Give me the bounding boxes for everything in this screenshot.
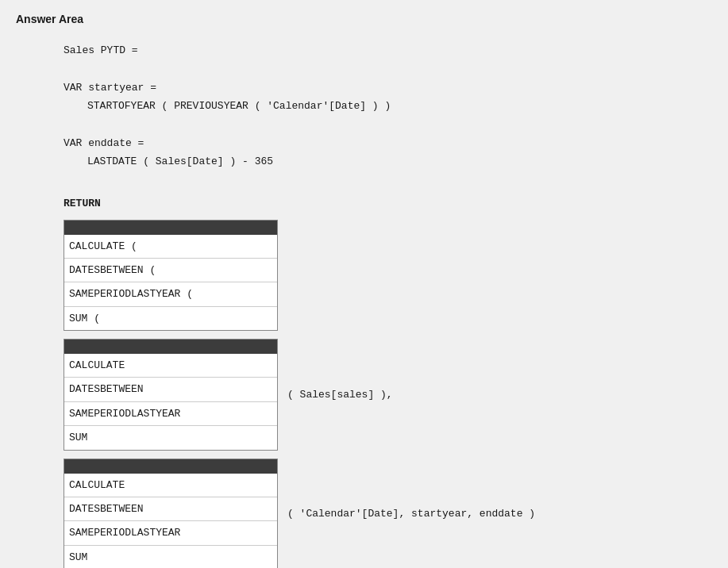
code-line-1: Sales PYTD = [64,41,712,59]
drag-box-1-item-4[interactable]: SUM ( [64,307,277,330]
drag-box-3-items: CALCULATE DATESBETWEEN SAMEPERIODLASTYEA… [64,474,277,568]
return-label: RETURN [64,194,712,213]
drag-box-2-item-2[interactable]: DATESBETWEEN [64,378,277,401]
drag-box-3-item-3[interactable]: SAMEPERIODLASTYEAR [64,521,277,545]
drag-box-3-item-4[interactable]: SUM [64,546,277,568]
drag-box-2[interactable]: CALCULATE DATESBETWEEN SAMEPERIODLASTYEA… [64,339,278,451]
answer-area-label: Answer Area [16,13,712,25]
box-2-inline-text: ( Sales[sales] ), [287,386,393,404]
box-3-inline-text: ( 'Calendar'[Date], startyear, enddate ) [287,505,535,523]
drag-box-1-item-3[interactable]: SAMEPERIODLASTYEAR ( [64,282,277,306]
drag-box-3-item-2[interactable]: DATESBETWEEN [64,497,277,521]
drag-box-2-item-3[interactable]: SAMEPERIODLASTYEAR [64,402,277,426]
drag-box-3[interactable]: CALCULATE DATESBETWEEN SAMEPERIODLASTYEA… [64,459,278,568]
drag-box-1-items: CALCULATE ( DATESBETWEEN ( SAMEPERIODLAS… [64,235,277,331]
drag-box-1-item-1[interactable]: CALCULATE ( [64,235,277,259]
code-line-3: STARTOFYEAR ( PREVIOUSYEAR ( 'Calendar'[… [87,97,712,115]
code-line-5: LASTDATE ( Sales[Date] ) - 365 [87,152,712,171]
drag-box-2-item-1[interactable]: CALCULATE [64,354,277,378]
drag-box-2-items: CALCULATE DATESBETWEEN SAMEPERIODLASTYEA… [64,354,277,450]
drag-box-1[interactable]: CALCULATE ( DATESBETWEEN ( SAMEPERIODLAS… [64,220,278,332]
page-wrapper: Answer Area Sales PYTD = VAR startyear =… [0,0,728,568]
drag-box-2-item-4[interactable]: SUM [64,426,277,449]
code-line-4: VAR enddate = [64,134,712,152]
drag-box-1-header [64,221,277,235]
drag-box-container-2: CALCULATE DATESBETWEEN SAMEPERIODLASTYEA… [64,339,712,451]
drag-box-1-item-2[interactable]: DATESBETWEEN ( [64,259,277,282]
drag-box-2-header [64,340,277,354]
code-line-2: VAR startyear = [64,79,712,97]
drag-box-container-3: CALCULATE DATESBETWEEN SAMEPERIODLASTYEA… [64,459,712,568]
drag-box-3-item-1[interactable]: CALCULATE [64,474,277,497]
code-section: Sales PYTD = VAR startyear = STARTOFYEAR… [64,41,712,568]
drag-box-3-header [64,459,277,474]
drag-box-container-1: CALCULATE ( DATESBETWEEN ( SAMEPERIODLAS… [64,220,712,332]
